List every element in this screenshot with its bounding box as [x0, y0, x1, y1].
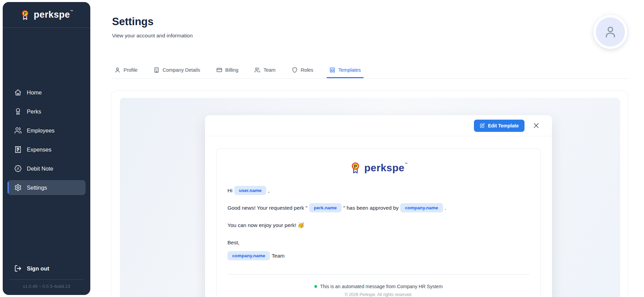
sidebar-item-home[interactable]: Home [7, 85, 86, 100]
sidebar-item-label: Home [27, 89, 42, 96]
email-automated-note: This is an automated message from Compan… [227, 284, 530, 289]
tab-profile[interactable]: Profile [114, 67, 137, 77]
settings-tabs: Profile Company Details Billing Team Rol… [111, 67, 628, 79]
sidebar-footer: Sign out v1.0.49 ~ 0.0.3–build.13 [3, 261, 90, 295]
person-icon [603, 24, 618, 39]
tab-label: Templates [338, 67, 361, 73]
modal-header: Edit Template [205, 115, 552, 136]
email-greeting-line: Hi user.name , [227, 186, 530, 195]
award-icon [14, 108, 22, 115]
signoff-team-text: Team [272, 253, 284, 259]
email-best-line: Best, [227, 238, 530, 247]
sidebar-item-label: Settings [27, 185, 47, 191]
token-company-name[interactable]: company.name [400, 203, 443, 212]
greeting-comma: , [268, 188, 269, 194]
tab-label: Profile [124, 67, 137, 73]
template-backdrop: Edit Template P perkspe™ [120, 98, 620, 297]
templates-icon [329, 67, 335, 73]
tab-label: Team [263, 67, 275, 73]
email-approval-line: Good news! Your requested perk " perk.na… [227, 203, 530, 213]
close-icon[interactable] [532, 121, 540, 130]
perkspe-badge-icon: P [349, 162, 362, 174]
tab-team[interactable]: Team [254, 67, 275, 77]
sidebar: P perkspe™ Home Perks Employees [3, 2, 90, 295]
users-icon [254, 67, 260, 73]
email-copyright: © 2026 Perkspe. All rights reserved. [227, 292, 530, 297]
greeting-text: Hi [227, 188, 233, 194]
tab-company-details[interactable]: Company Details [153, 67, 200, 77]
logout-icon [14, 265, 22, 272]
automated-note-text: This is an automated message from Compan… [320, 284, 443, 289]
users-icon [14, 127, 22, 134]
user-icon [114, 67, 121, 73]
tab-label: Roles [301, 67, 313, 73]
templates-panel: Edit Template P perkspe™ [111, 90, 628, 297]
tab-label: Billing [225, 67, 239, 73]
status-dot-icon [314, 285, 317, 288]
building-icon [153, 67, 160, 73]
trademark: ™ [70, 10, 73, 13]
email-divider [227, 274, 530, 275]
email-enjoy-line: You can now enjoy your perk! 🥳 [227, 220, 530, 230]
user-avatar[interactable] [593, 15, 627, 49]
sidebar-logo: P perkspe™ [3, 2, 90, 28]
edit-pencil-icon [480, 123, 485, 128]
tab-label: Company Details [163, 67, 200, 73]
sidebar-item-debit-note[interactable]: Debit Note [7, 161, 86, 176]
page-subtitle: View your account and information [112, 33, 193, 39]
template-preview-modal: Edit Template P perkspe™ [205, 115, 552, 297]
edit-template-button[interactable]: Edit Template [474, 120, 525, 132]
email-brand-logo: P perkspe™ [227, 162, 530, 174]
sidebar-item-settings[interactable]: Settings [7, 180, 86, 195]
token-perk-name[interactable]: perk.name [309, 203, 342, 212]
sidebar-item-perks[interactable]: Perks [7, 104, 86, 119]
approval-text-end: . [445, 205, 446, 211]
receipt-rupee-icon [14, 146, 22, 153]
approval-text-mid: " has been approved by [343, 205, 399, 211]
token-company-name[interactable]: company.name [227, 251, 270, 260]
home-icon [14, 89, 22, 96]
brand-name: perkspe™ [34, 10, 73, 20]
gear-icon [14, 184, 22, 191]
sidebar-item-label: Employees [27, 127, 55, 134]
token-user-name[interactable]: user.name [234, 186, 266, 195]
svg-text:P: P [354, 164, 357, 169]
tab-roles[interactable]: Roles [292, 67, 313, 77]
sidebar-item-label: Perks [27, 108, 41, 115]
sidebar-item-expenses[interactable]: Expenses [7, 142, 86, 157]
badge-percent-icon [14, 165, 22, 172]
approval-text-before: Good news! Your requested perk " [227, 205, 308, 211]
edit-template-label: Edit Template [488, 123, 519, 128]
sidebar-nav: Home Perks Employees Expenses Debit Note [3, 85, 90, 195]
email-template-preview: P perkspe™ Hi user.name , Good news! You… [216, 148, 541, 297]
sign-out-label: Sign out [27, 265, 49, 272]
svg-text:P: P [24, 11, 26, 16]
app-version: v1.0.49 ~ 0.0.3–build.13 [7, 280, 86, 291]
tab-billing[interactable]: Billing [216, 67, 239, 77]
trademark: ™ [405, 162, 408, 165]
perkspe-badge-icon: P [20, 10, 31, 20]
tab-templates[interactable]: Templates [329, 67, 361, 77]
email-brand-name: perkspe™ [364, 162, 408, 174]
credit-card-icon [216, 67, 222, 73]
sidebar-item-employees[interactable]: Employees [7, 123, 86, 138]
sign-out-button[interactable]: Sign out [7, 261, 86, 276]
sidebar-item-label: Expenses [27, 146, 51, 153]
shield-icon [292, 67, 298, 73]
page-title: Settings [112, 16, 153, 28]
sidebar-item-label: Debit Note [27, 165, 53, 172]
email-signoff-line: company.name Team [227, 251, 530, 261]
